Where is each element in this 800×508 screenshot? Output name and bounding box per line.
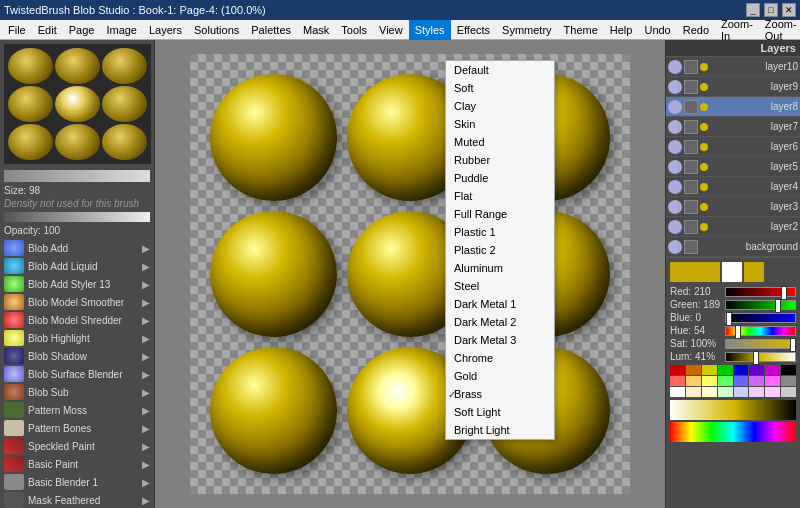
- color-swatch[interactable]: [781, 387, 796, 397]
- dropdown-item-muted[interactable]: Muted: [446, 133, 554, 151]
- dropdown-item-chrome[interactable]: Chrome: [446, 349, 554, 367]
- layer-item-background[interactable]: background: [666, 237, 800, 257]
- tool-item-blob-highlight[interactable]: Blob Highlight ▶: [0, 329, 154, 347]
- tool-item-blob-shadow[interactable]: Blob Shadow ▶: [0, 347, 154, 365]
- blue-slider[interactable]: [725, 313, 796, 323]
- color-secondary-swatch[interactable]: [722, 262, 742, 282]
- menu-zoom-out[interactable]: Zoom-Out: [759, 20, 800, 40]
- tool-item-pattern-bones[interactable]: Pattern Bones ▶: [0, 419, 154, 437]
- color-swatch[interactable]: [749, 387, 764, 397]
- tool-item-mask-feathered[interactable]: Mask Feathered ▶: [0, 491, 154, 508]
- color-swatch[interactable]: [686, 387, 701, 397]
- lum-slider[interactable]: [725, 352, 796, 362]
- hue-thumb[interactable]: [735, 325, 741, 339]
- menu-theme[interactable]: Theme: [558, 20, 604, 40]
- color-swatch[interactable]: [781, 376, 796, 386]
- color-swatch[interactable]: [765, 376, 780, 386]
- lum-thumb[interactable]: [753, 351, 759, 365]
- color-main-swatch[interactable]: [670, 262, 720, 282]
- tool-item-speckled-paint[interactable]: Speckled Paint ▶: [0, 437, 154, 455]
- tool-item-basic-blender-1[interactable]: Basic Blender 1 ▶: [0, 473, 154, 491]
- dropdown-item-gold[interactable]: Gold: [446, 367, 554, 385]
- menu-palettes[interactable]: Palettes: [245, 20, 297, 40]
- layer-visibility-icon[interactable]: [668, 60, 682, 74]
- dropdown-item-skin[interactable]: Skin: [446, 115, 554, 133]
- tool-item-blob-model-smoother[interactable]: Blob Model Smoother ▶: [0, 293, 154, 311]
- color-swatch[interactable]: [734, 387, 749, 397]
- layer-visibility-icon[interactable]: [668, 120, 682, 134]
- layer-item-layer3[interactable]: layer3: [666, 197, 800, 217]
- dropdown-item-clay[interactable]: Clay: [446, 97, 554, 115]
- layer-visibility-icon[interactable]: [668, 100, 682, 114]
- color-swatch[interactable]: [686, 365, 701, 375]
- tool-item-pattern-moss[interactable]: Pattern Moss ▶: [0, 401, 154, 419]
- menu-file[interactable]: File: [2, 20, 32, 40]
- canvas-area[interactable]: DefaultSoftClaySkinMutedRubberPuddleFlat…: [155, 40, 665, 508]
- layer-visibility-icon[interactable]: [668, 220, 682, 234]
- gradient-bar[interactable]: [670, 400, 796, 420]
- color-swatch[interactable]: [734, 365, 749, 375]
- color-swatch[interactable]: [718, 387, 733, 397]
- color-swatch[interactable]: [718, 376, 733, 386]
- dropdown-item-default[interactable]: Default: [446, 61, 554, 79]
- layer-item-layer9[interactable]: layer9: [666, 77, 800, 97]
- layer-visibility-icon[interactable]: [668, 160, 682, 174]
- tool-item-blob-model-shredder[interactable]: Blob Model Shredder ▶: [0, 311, 154, 329]
- dropdown-item-soft-light[interactable]: Soft Light: [446, 403, 554, 421]
- menu-solutions[interactable]: Solutions: [188, 20, 245, 40]
- menu-page[interactable]: Page: [63, 20, 101, 40]
- dropdown-item-plastic-1[interactable]: Plastic 1: [446, 223, 554, 241]
- menu-edit[interactable]: Edit: [32, 20, 63, 40]
- brush-size-bar[interactable]: [4, 170, 150, 182]
- color-swatch[interactable]: [702, 387, 717, 397]
- layer-visibility-icon[interactable]: [668, 180, 682, 194]
- layer-item-layer4[interactable]: layer4: [666, 177, 800, 197]
- color-swatch[interactable]: [702, 365, 717, 375]
- menu-mask[interactable]: Mask: [297, 20, 335, 40]
- menu-undo[interactable]: Undo: [638, 20, 676, 40]
- color-swatch[interactable]: [670, 365, 685, 375]
- color-swatch[interactable]: [686, 376, 701, 386]
- styles-dropdown[interactable]: DefaultSoftClaySkinMutedRubberPuddleFlat…: [445, 60, 555, 440]
- dropdown-item-full-range[interactable]: Full Range: [446, 205, 554, 223]
- sat-slider[interactable]: [725, 339, 796, 349]
- color-swatch[interactable]: [734, 376, 749, 386]
- layer-item-layer2[interactable]: layer2: [666, 217, 800, 237]
- layer-item-layer7[interactable]: layer7: [666, 117, 800, 137]
- layer-item-layer10[interactable]: layer10: [666, 57, 800, 77]
- tool-item-blob-surface-blender[interactable]: Blob Surface Blender ▶: [0, 365, 154, 383]
- opacity-bar[interactable]: [4, 212, 150, 222]
- dropdown-item-dark-metal-1[interactable]: Dark Metal 1: [446, 295, 554, 313]
- hue-slider[interactable]: [725, 326, 796, 336]
- dropdown-item-flat[interactable]: Flat: [446, 187, 554, 205]
- red-slider[interactable]: [725, 287, 796, 297]
- layer-visibility-icon[interactable]: [668, 200, 682, 214]
- color-swatch[interactable]: [749, 365, 764, 375]
- color-swatch[interactable]: [718, 365, 733, 375]
- menu-tools[interactable]: Tools: [335, 20, 373, 40]
- green-thumb[interactable]: [775, 299, 781, 313]
- green-slider[interactable]: [725, 300, 796, 310]
- tool-item-blob-add-liquid[interactable]: Blob Add Liquid ▶: [0, 257, 154, 275]
- color-swatch[interactable]: [765, 387, 780, 397]
- dropdown-item-brass[interactable]: Brass: [446, 385, 554, 403]
- dropdown-item-bright-light[interactable]: Bright Light: [446, 421, 554, 439]
- color-swatch[interactable]: [765, 365, 780, 375]
- menu-redo[interactable]: Redo: [677, 20, 715, 40]
- maximize-button[interactable]: □: [764, 3, 778, 17]
- dropdown-item-dark-metal-3[interactable]: Dark Metal 3: [446, 331, 554, 349]
- dropdown-item-steel[interactable]: Steel: [446, 277, 554, 295]
- menu-image[interactable]: Image: [100, 20, 143, 40]
- dropdown-item-aluminum[interactable]: Aluminum: [446, 259, 554, 277]
- color-swatch[interactable]: [670, 387, 685, 397]
- menu-styles[interactable]: Styles: [409, 20, 451, 40]
- color-swatch[interactable]: [702, 376, 717, 386]
- layer-visibility-icon[interactable]: [668, 80, 682, 94]
- dropdown-item-dark-metal-2[interactable]: Dark Metal 2: [446, 313, 554, 331]
- minimize-button[interactable]: _: [746, 3, 760, 17]
- blue-thumb[interactable]: [726, 312, 732, 326]
- close-button[interactable]: ✕: [782, 3, 796, 17]
- tool-item-basic-paint[interactable]: Basic Paint ▶: [0, 455, 154, 473]
- layer-item-layer8[interactable]: layer8: [666, 97, 800, 117]
- dropdown-item-plastic-2[interactable]: Plastic 2: [446, 241, 554, 259]
